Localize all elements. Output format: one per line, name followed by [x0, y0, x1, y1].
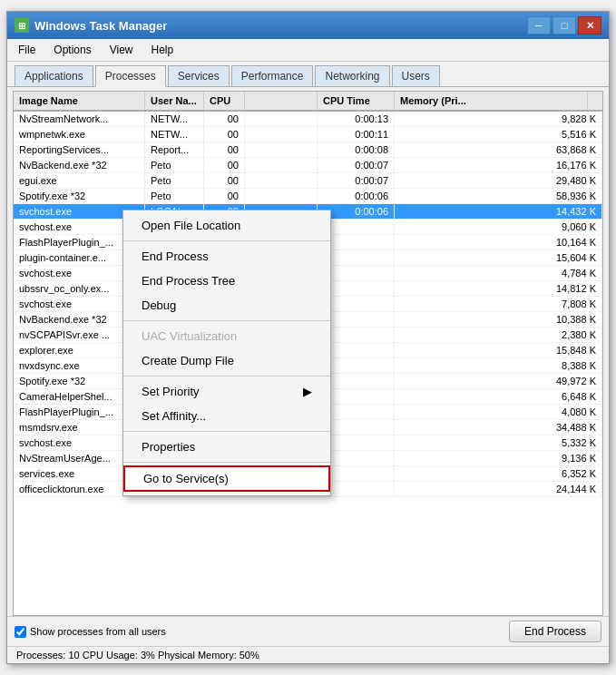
table-row[interactable]: ReportingServices... Report... 00 0:00:0…	[14, 142, 602, 158]
process-table-area: Image Name User Na... CPU CPU Time Memor…	[13, 91, 603, 616]
cell-memory: 63,868 K	[395, 142, 602, 157]
cell-memory: 49,972 K	[395, 374, 602, 388]
context-menu-separator	[123, 462, 330, 463]
cell-memory: 9,060 K	[395, 220, 602, 234]
cell-bar	[245, 189, 318, 203]
col-header-cpu[interactable]: CPU	[204, 92, 245, 110]
context-menu-item[interactable]: Properties	[123, 435, 330, 459]
col-header-desc[interactable]	[588, 92, 602, 110]
cell-bar	[245, 142, 318, 157]
cell-image-name: egui.exe	[14, 173, 145, 188]
table-row[interactable]: NvBackend.exe *32 Peto 00 0:00:07 16,176…	[14, 158, 602, 173]
cell-cpu: 00	[204, 127, 245, 142]
cell-image-name: Spotify.exe *32	[14, 189, 145, 203]
tab-networking[interactable]: Networking	[315, 65, 389, 86]
context-menu-item[interactable]: Debug	[123, 293, 330, 318]
tab-processes[interactable]: Processes	[95, 65, 166, 87]
cell-memory: 34,488 K	[395, 420, 602, 435]
cell-user: Peto	[145, 158, 204, 172]
col-header-cputime[interactable]: CPU Time	[318, 92, 395, 110]
cell-memory: 7,808 K	[395, 297, 602, 311]
cell-memory: 4,784 K	[395, 266, 602, 280]
cell-cputime: 0:00:07	[318, 158, 395, 172]
table-row[interactable]: wmpnetwk.exe NETW... 00 0:00:11 5,516 K	[14, 127, 602, 142]
context-menu-item[interactable]: End Process	[123, 244, 330, 269]
table-row[interactable]: egui.exe Peto 00 0:00:07 29,480 K	[14, 173, 602, 189]
cell-memory: 2,380 K	[395, 328, 602, 342]
cell-memory: 6,352 K	[395, 466, 602, 481]
cell-memory: 15,848 K	[395, 343, 602, 357]
cell-memory: 24,144 K	[395, 482, 602, 496]
cell-image-name: ReportingServices...	[14, 142, 145, 157]
minimize-button[interactable]: ─	[527, 16, 551, 34]
title-bar: ⊞ Windows Task Manager ─ □ ✕	[7, 12, 609, 39]
window-title: Windows Task Manager	[34, 19, 167, 33]
end-process-button[interactable]: End Process	[509, 621, 601, 642]
col-header-user[interactable]: User Na...	[145, 92, 204, 110]
menu-bar: File Options View Help	[7, 39, 609, 62]
status-bar: Processes: 10 CPU Usage: 3% Physical Mem…	[7, 646, 609, 663]
cell-memory: 14,432 K	[395, 204, 602, 219]
status-text: Processes: 10 CPU Usage: 3% Physical Mem…	[16, 650, 259, 660]
cell-cpu: 00	[204, 142, 245, 157]
cell-memory: 8,388 K	[395, 358, 602, 373]
cell-cputime: 0:00:11	[318, 127, 395, 142]
cell-memory: 29,480 K	[395, 173, 602, 188]
context-menu-item[interactable]: Set Priority▶	[123, 379, 330, 404]
cell-bar	[245, 158, 318, 172]
context-menu-item[interactable]: End Process Tree	[123, 269, 330, 293]
context-menu-separator	[123, 240, 330, 241]
col-header-memory[interactable]: Memory (Pri...	[395, 92, 588, 110]
table-row[interactable]: Spotify.exe *32 Peto 00 0:00:06 58,936 K	[14, 189, 602, 204]
maximize-button[interactable]: □	[552, 16, 576, 34]
context-menu-item[interactable]: Open File Location	[123, 213, 330, 238]
col-header-bar[interactable]	[245, 92, 318, 110]
tab-users[interactable]: Users	[392, 65, 440, 86]
cell-image-name: NvStreamNetwork...	[14, 112, 145, 126]
tab-services[interactable]: Services	[168, 65, 230, 86]
cell-memory: 16,176 K	[395, 158, 602, 172]
cell-bar	[245, 173, 318, 188]
context-menu-item[interactable]: Go to Service(s)	[123, 465, 330, 492]
close-button[interactable]: ✕	[578, 16, 601, 34]
context-menu-item: UAC Virtualization	[123, 324, 330, 348]
cell-user: NETW...	[145, 127, 204, 142]
task-manager-window: ⊞ Windows Task Manager ─ □ ✕ File Option…	[6, 11, 610, 664]
show-all-label-text: Show processes from all users	[30, 626, 166, 637]
menu-file[interactable]: File	[15, 42, 39, 58]
table-row[interactable]: NvStreamNetwork... NETW... 00 0:00:13 9,…	[14, 112, 602, 127]
cell-memory: 14,812 K	[395, 281, 602, 296]
cell-image-name: NvBackend.exe *32	[14, 158, 145, 172]
cell-user: Report...	[145, 142, 204, 157]
cell-bar	[245, 127, 318, 142]
col-header-image-name[interactable]: Image Name	[14, 92, 145, 110]
context-menu-item[interactable]: Set Affinity...	[123, 404, 330, 428]
bottom-bar: Show processes from all users End Proces…	[7, 616, 609, 646]
context-menu-item[interactable]: Create Dump File	[123, 348, 330, 373]
app-icon: ⊞	[15, 18, 29, 33]
tab-performance[interactable]: Performance	[231, 65, 314, 86]
show-all-processes-checkbox[interactable]	[15, 626, 26, 638]
cell-cputime: 0:00:13	[318, 112, 395, 126]
cell-cpu: 00	[204, 173, 245, 188]
cell-memory: 10,164 K	[395, 235, 602, 249]
menu-options[interactable]: Options	[50, 42, 94, 58]
cell-cpu: 00	[204, 189, 245, 203]
context-menu-separator	[123, 320, 330, 321]
context-menu-separator	[123, 431, 330, 432]
show-all-processes-label[interactable]: Show processes from all users	[15, 626, 166, 638]
cell-user: Peto	[145, 173, 204, 188]
context-menu: Open File LocationEnd ProcessEnd Process…	[122, 210, 331, 496]
tabs-bar: Applications Processes Services Performa…	[7, 62, 609, 87]
cell-user: NETW...	[145, 112, 204, 126]
cell-cpu: 00	[204, 112, 245, 126]
tab-applications[interactable]: Applications	[15, 65, 93, 86]
menu-view[interactable]: View	[106, 42, 137, 58]
menu-help[interactable]: Help	[148, 42, 178, 58]
cell-cputime: 0:00:06	[318, 189, 395, 203]
cell-bar	[245, 112, 318, 126]
table-header: Image Name User Na... CPU CPU Time Memor…	[14, 92, 602, 112]
cell-cputime: 0:00:07	[318, 173, 395, 188]
title-controls: ─ □ ✕	[527, 16, 601, 34]
cell-cpu: 00	[204, 158, 245, 172]
